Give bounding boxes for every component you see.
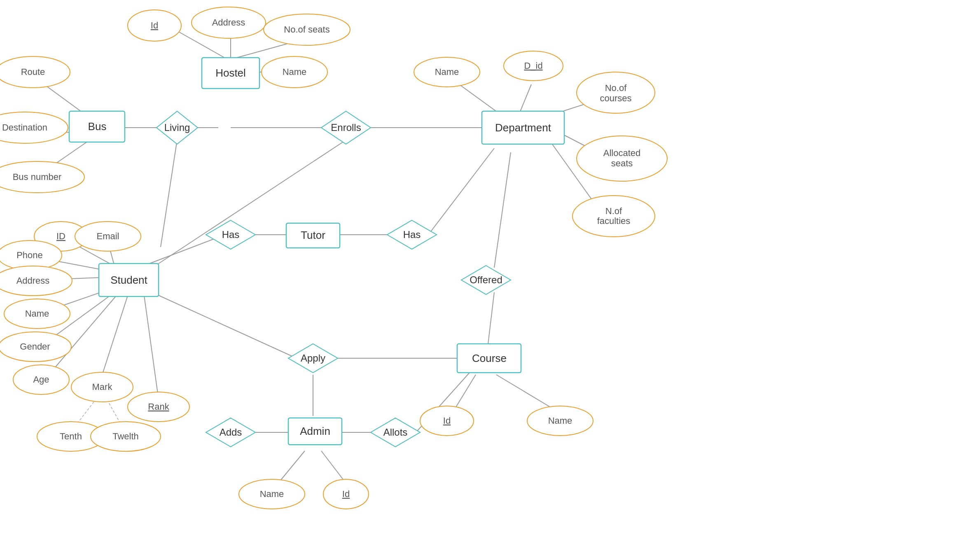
- svg-line-28: [152, 140, 346, 268]
- attr-busnumber-label: Bus number: [13, 172, 62, 182]
- svg-line-16: [428, 148, 494, 235]
- svg-line-12: [144, 239, 214, 266]
- attr-stu-gender-label: Gender: [20, 341, 50, 352]
- attr-stu-name-label: Name: [25, 308, 49, 319]
- relation-apply-label: Apply: [301, 352, 325, 364]
- relation-has2-label: Has: [403, 229, 421, 240]
- attr-stu-address-label: Address: [16, 275, 50, 286]
- attr-admin-id-label: Id: [342, 489, 350, 499]
- attr-stu-tenth-label: Tenth: [60, 431, 82, 441]
- attr-dept-courses-label2: courses: [600, 93, 631, 103]
- attr-destination-label: Destination: [2, 122, 47, 133]
- attr-hostel-seats-label: No.of seats: [284, 24, 329, 35]
- er-diagram: Bus Hostel Student Tutor Department Cour…: [0, 0, 972, 560]
- svg-line-37: [453, 375, 476, 412]
- attr-course-name-label: Name: [548, 415, 572, 426]
- attr-dept-name-label: Name: [435, 67, 459, 77]
- entity-department-label: Department: [495, 121, 551, 134]
- relation-enrolls-label: Enrolls: [331, 122, 361, 133]
- attr-dept-fac-label2: faculties: [597, 216, 631, 226]
- attr-hostel-name-label: Name: [283, 67, 307, 77]
- svg-line-40: [488, 292, 494, 344]
- attr-stu-rank-label: Rank: [148, 401, 169, 412]
- attr-stu-twelfth-label: Twelth: [112, 431, 139, 441]
- svg-line-29: [157, 294, 297, 358]
- relation-has1-label: Has: [222, 229, 240, 240]
- svg-line-24: [144, 296, 159, 399]
- svg-line-39: [494, 152, 511, 268]
- relation-living-label: Living: [164, 122, 190, 133]
- attr-dept-did-label: D_id: [524, 61, 542, 71]
- relation-allots-label: Allots: [383, 427, 408, 438]
- attr-hostel-id-label: Id: [151, 20, 158, 30]
- entity-bus-label: Bus: [88, 120, 107, 133]
- attr-stu-email-label: Email: [96, 231, 119, 241]
- svg-line-9: [161, 140, 177, 247]
- attr-stu-mark-label: Mark: [92, 382, 113, 392]
- entity-hostel-label: Hostel: [215, 67, 246, 79]
- attr-stu-id-label: ID: [56, 231, 65, 241]
- attr-hostel-address-label: Address: [212, 17, 245, 28]
- attr-dept-fac-label1: N.of: [605, 206, 622, 216]
- entity-course-label: Course: [472, 352, 507, 364]
- attr-admin-name-label: Name: [260, 489, 284, 499]
- attr-dept-seats-label1: Allocated: [603, 148, 641, 158]
- attr-route-label: Route: [21, 67, 45, 77]
- attr-stu-age-label: Age: [33, 374, 49, 385]
- svg-line-42: [519, 84, 531, 114]
- relation-adds-label: Adds: [220, 427, 242, 438]
- entity-student-label: Student: [110, 274, 147, 286]
- attr-stu-phone-label: Phone: [16, 250, 43, 260]
- svg-line-38: [496, 375, 558, 412]
- relation-offered-label: Offered: [470, 274, 502, 285]
- attr-dept-seats-label2: seats: [611, 158, 633, 168]
- entity-admin-label: Admin: [300, 425, 330, 437]
- attr-dept-courses-label1: No.of: [605, 83, 627, 93]
- attr-course-id-label: Id: [443, 415, 451, 426]
- svg-line-23: [101, 296, 128, 379]
- entity-tutor-label: Tutor: [301, 229, 325, 241]
